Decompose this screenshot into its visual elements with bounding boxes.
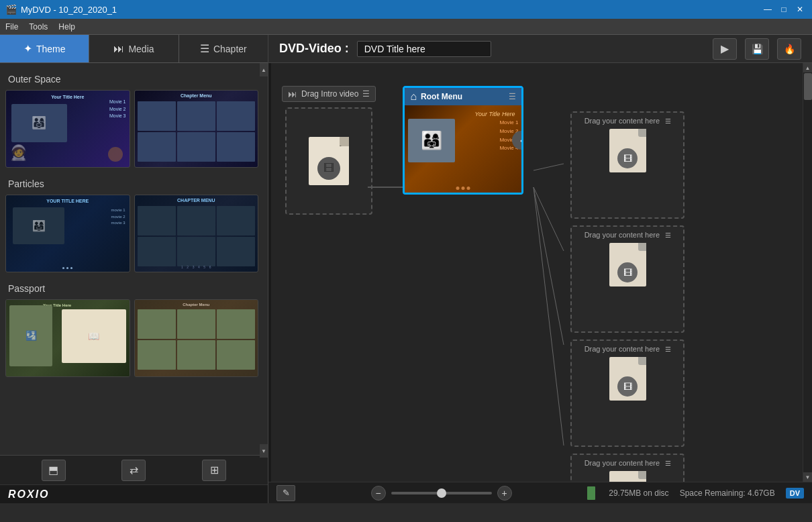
left-bottom-toolbar: ⬒ ⇄ ⊞ [0, 455, 268, 484]
zoom-slider[interactable] [391, 492, 492, 494]
scroll-up-button[interactable]: ▲ [260, 63, 268, 76]
canvas-scroll-up[interactable]: ▲ [803, 63, 813, 72]
menu-file[interactable]: File [5, 22, 18, 32]
intro-section: ⏭ Drag Intro video ☰ 🎞 [282, 86, 376, 215]
particles-title-thumb[interactable]: YOUR TITLE HERE 👨‍👩‍👧 movie 1movie 2movi… [5, 195, 130, 272]
content-slots: Drag your content here ☰ 🎞 Drag your co [550, 76, 799, 482]
tab-media[interactable]: ⏭ Media [89, 35, 179, 62]
root-menu-home-icon: ⌂ [410, 91, 417, 103]
content-slot-3[interactable]: Drag your content here ☰ 🎞 [570, 340, 684, 447]
burn-button[interactable]: 🔥 [777, 38, 801, 60]
menu-help[interactable]: Help [58, 22, 75, 32]
slot-2-text: Drag your content here [585, 231, 660, 239]
slot-3-menu-icon[interactable]: ☰ [665, 346, 671, 353]
content-slots-spacer [570, 76, 792, 105]
slot-4-text: Drag your content here [585, 459, 660, 467]
add-button[interactable]: ⊞ [202, 460, 226, 481]
outer-space-chapter-thumb[interactable]: Chapter Menu [134, 90, 259, 168]
scroll-down-button[interactable]: ▼ [260, 444, 268, 458]
chapter-tab-icon: ☰ [200, 42, 209, 55]
slot-1-menu-icon[interactable]: ☰ [665, 117, 671, 125]
intro-header-text: Drag Intro video [301, 89, 358, 99]
canvas-scroll-thumb[interactable] [804, 73, 812, 100]
zoom-minus-button[interactable]: − [371, 486, 386, 501]
swap-icon: ⇄ [130, 464, 138, 476]
theme-scroll-area[interactable]: Outer Space Your Title Here 👨‍👩‍👧 Movie … [0, 63, 268, 455]
canvas-scroll-track[interactable] [803, 72, 812, 472]
root-menu-icon[interactable]: ☰ [509, 92, 516, 101]
app-body: ✦ Theme ⏭ Media ☰ Chapter ▲ Outer Space [0, 35, 812, 503]
intro-drop-zone[interactable]: 🎞 [285, 107, 372, 215]
outer-space-grid: Your Title Here 👨‍👩‍👧 Movie 1Movie 2Movi… [5, 90, 258, 168]
slot-1-file-icon: 🎞 [609, 129, 646, 172]
zoom-plus-button[interactable]: + [497, 486, 512, 501]
content-slot-4[interactable]: Drag your content here ☰ 🎞 [570, 454, 684, 482]
dvd-badge: DV [786, 488, 804, 499]
particles-title-label: Particles [8, 178, 258, 189]
roxio-bar: ROXIO [0, 484, 268, 503]
tab-theme[interactable]: ✦ Theme [0, 35, 89, 62]
slot-2-film-icon: 🎞 [623, 268, 632, 278]
add-icon: ⊞ [210, 464, 219, 476]
titlebar: 🎬 MyDVD - 10_20_2020_1 — □ ✕ [0, 0, 812, 19]
particles-chapter-thumb[interactable]: CHAPTER MENU 1 2 3 4 5 6 [134, 195, 259, 272]
bottom-bar: ✎ − + 29.75MB on disc Space Remaining: 4… [268, 482, 812, 503]
theme-section-particles: Particles YOUR TITLE HERE 👨‍👩‍👧 movie 1m… [5, 178, 258, 272]
canvas-area: ⏭ Drag Intro video ☰ 🎞 [268, 63, 812, 482]
disc-usage-bar [587, 486, 595, 500]
menu-tools[interactable]: Tools [29, 22, 48, 32]
disc-info: 29.75MB on disc Space Remaining: 4.67GB … [587, 486, 804, 500]
dvd-label: DVD-Video : [279, 42, 349, 56]
slot-1-header: Drag your content here ☰ [576, 117, 679, 125]
right-panel: DVD-Video : ▶ 💾 🔥 [268, 35, 812, 503]
dvd-canvas[interactable]: ⏭ Drag Intro video ☰ 🎞 [268, 63, 812, 482]
app-title: 🎬 MyDVD - 10_20_2020_1 [5, 4, 117, 15]
zoom-controls: − + [303, 486, 579, 501]
burn-icon: 🔥 [784, 44, 795, 54]
root-menu-item-1: Movie 1 [499, 119, 518, 127]
particles-grid: YOUR TITLE HERE 👨‍👩‍👧 movie 1movie 2movi… [5, 195, 258, 272]
slot-4-menu-icon[interactable]: ☰ [665, 460, 671, 467]
theme-section-passport: Passport Your Title Here 🛂 📖 Chapter Men… [5, 283, 258, 377]
slot-2-menu-icon[interactable]: ☰ [665, 231, 671, 239]
outer-space-title-thumb[interactable]: Your Title Here 👨‍👩‍👧 Movie 1Movie 2Movi… [5, 90, 130, 168]
passport-title-thumb[interactable]: Your Title Here 🛂 📖 [5, 299, 130, 377]
tab-chapter[interactable]: ☰ Chapter [179, 35, 268, 62]
root-menu-box[interactable]: ⌂ Root Menu ☰ Your Title Here 👨‍👩‍👧 Movi… [403, 86, 523, 195]
edit-button[interactable]: ✎ [276, 485, 295, 501]
tab-chapter-label: Chapter [213, 44, 247, 54]
root-menu-title: Root Menu [421, 92, 462, 101]
minimize-button[interactable]: — [761, 3, 774, 16]
intro-menu-icon[interactable]: ☰ [362, 89, 370, 99]
swap-button[interactable]: ⇄ [121, 460, 146, 481]
edit-icon: ✎ [283, 488, 290, 498]
menubar: File Tools Help [0, 19, 812, 35]
save-icon: 💾 [752, 44, 763, 54]
canvas-scrollbar[interactable]: ▲ ▼ [803, 63, 812, 482]
root-menu-photo: 👨‍👩‍👧 [408, 119, 455, 162]
save-button[interactable]: 💾 [745, 38, 769, 60]
app-icon: 🎬 [5, 4, 17, 15]
slot-3-header: Drag your content here ☰ [576, 345, 679, 353]
media-tab-icon: ⏭ [113, 43, 124, 55]
canvas-scroll-down[interactable]: ▼ [803, 472, 813, 482]
space-remaining-text: Space Remaining: 4.67GB [680, 488, 775, 498]
tab-theme-label: Theme [36, 44, 66, 54]
slot-3-film-icon: 🎞 [623, 382, 632, 392]
play-button[interactable]: ▶ [713, 38, 737, 60]
root-menu-dots [456, 187, 470, 190]
passport-chapter-thumb[interactable]: Chapter Menu [134, 299, 259, 377]
roxio-logo: ROXIO [8, 488, 50, 501]
tab-media-label: Media [128, 44, 154, 54]
window-controls[interactable]: — □ ✕ [761, 3, 807, 16]
dvd-header: DVD-Video : ▶ 💾 🔥 [268, 35, 812, 63]
zoom-slider-thumb[interactable] [437, 488, 446, 498]
close-button[interactable]: ✕ [793, 3, 807, 16]
disc-size-text: 29.75MB on disc [609, 488, 668, 498]
content-slot-2[interactable]: Drag your content here ☰ 🎞 [570, 225, 684, 333]
slot-1-film-icon: 🎞 [623, 154, 632, 164]
dvd-title-input[interactable] [357, 41, 491, 57]
import-button[interactable]: ⬒ [42, 460, 66, 481]
maximize-button[interactable]: □ [777, 3, 791, 16]
content-slot-1[interactable]: Drag your content here ☰ 🎞 [570, 111, 684, 219]
